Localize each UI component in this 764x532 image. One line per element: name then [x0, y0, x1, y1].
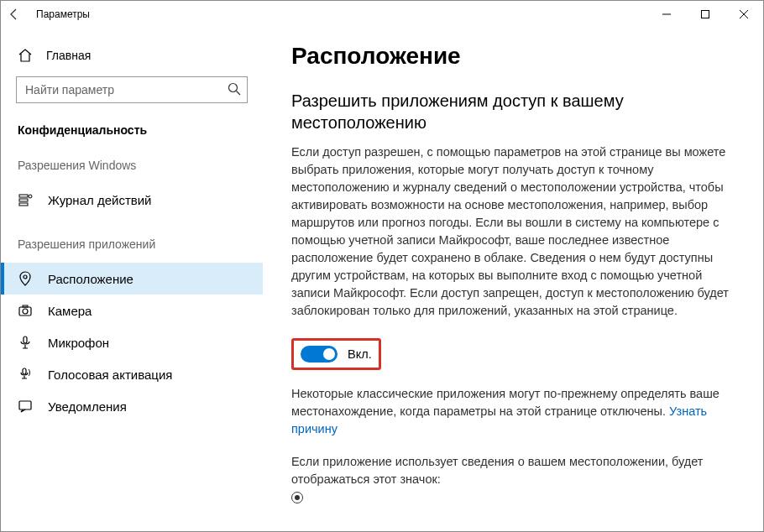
- close-button[interactable]: [725, 1, 763, 28]
- voice-activation-icon: [18, 367, 33, 382]
- window-title: Параметры: [36, 8, 90, 20]
- svg-point-12: [23, 309, 28, 314]
- location-icon: [18, 271, 33, 286]
- svg-rect-6: [19, 195, 28, 197]
- svg-rect-13: [23, 305, 28, 307]
- nav-item-label: Голосовая активация: [48, 368, 172, 382]
- nav-item-label: Журнал действий: [48, 193, 151, 207]
- home-label: Главная: [46, 49, 91, 62]
- svg-point-10: [24, 275, 27, 279]
- home-nav[interactable]: Главная: [1, 43, 263, 76]
- search-input[interactable]: [16, 76, 248, 103]
- indicator-note: Если приложение использует сведения о ва…: [291, 453, 740, 503]
- location-indicator-icon: [291, 492, 303, 503]
- section-app-permissions: Разрешения приложений: [1, 237, 263, 263]
- nav-item-label: Камера: [48, 304, 92, 318]
- back-button[interactable]: [8, 8, 21, 21]
- description-text: Если доступ разрешен, с помощью параметр…: [291, 143, 740, 320]
- svg-rect-1: [702, 11, 709, 18]
- nav-item-label: Микрофон: [48, 336, 109, 350]
- nav-voice-activation[interactable]: Голосовая активация: [1, 358, 263, 390]
- activity-history-icon: [18, 192, 33, 207]
- svg-point-9: [29, 195, 32, 198]
- home-icon: [18, 48, 33, 63]
- svg-rect-14: [24, 336, 27, 343]
- svg-point-4: [229, 84, 238, 92]
- toggle-label: Вкл.: [348, 347, 372, 361]
- nav-item-label: Уведомления: [48, 399, 127, 414]
- location-access-toggle-row: Вкл.: [291, 338, 381, 370]
- location-access-toggle[interactable]: [301, 346, 338, 362]
- toggle-knob: [323, 348, 335, 360]
- svg-rect-16: [19, 401, 31, 409]
- nav-notifications[interactable]: Уведомления: [1, 390, 263, 422]
- nav-activity-history[interactable]: Журнал действий: [1, 184, 263, 216]
- titlebar: Параметры: [1, 1, 763, 28]
- minimize-button[interactable]: [647, 1, 686, 28]
- svg-line-5: [237, 91, 241, 96]
- nav-camera[interactable]: Камера: [1, 295, 263, 326]
- page-title: Расположение: [291, 43, 740, 70]
- notifications-icon: [18, 399, 33, 414]
- svg-rect-7: [19, 199, 28, 201]
- svg-rect-15: [23, 368, 26, 374]
- maximize-button[interactable]: [686, 1, 725, 28]
- category-title: Конфиденциальность: [1, 123, 263, 159]
- nav-microphone[interactable]: Микрофон: [1, 326, 263, 358]
- microphone-icon: [18, 335, 33, 350]
- svg-rect-8: [19, 203, 28, 206]
- section-windows-permissions: Разрешения Windows: [1, 159, 263, 184]
- nav-location[interactable]: Расположение: [1, 263, 263, 295]
- desktop-apps-note: Некоторые классические приложения могут …: [291, 385, 740, 438]
- main-content: Расположение Разрешить приложениям досту…: [263, 28, 763, 531]
- section-subtitle: Разрешить приложениям доступ к вашему ме…: [291, 90, 740, 133]
- sidebar: Главная Конфиденциальность Разрешения Wi…: [1, 28, 263, 531]
- nav-item-label: Расположение: [48, 272, 133, 286]
- camera-icon: [18, 303, 33, 318]
- search-icon: [228, 82, 241, 98]
